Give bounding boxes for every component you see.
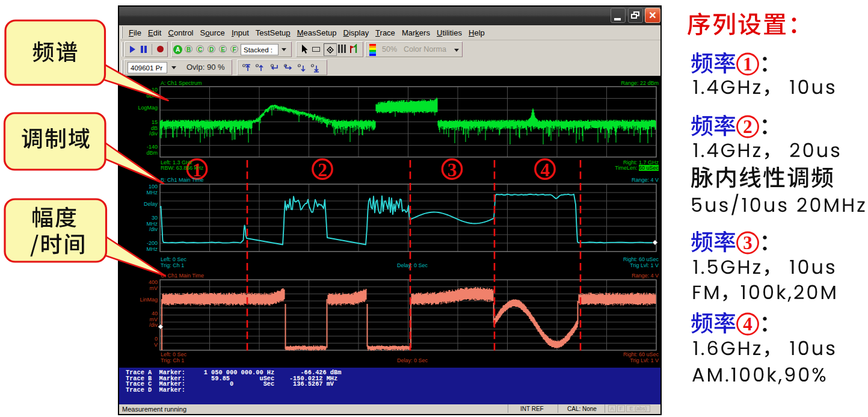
svg-text:3: 3 (743, 232, 753, 253)
svg-text:4: 4 (743, 314, 753, 335)
svg-text:1: 1 (743, 54, 753, 75)
svg-text:2: 2 (743, 116, 753, 137)
